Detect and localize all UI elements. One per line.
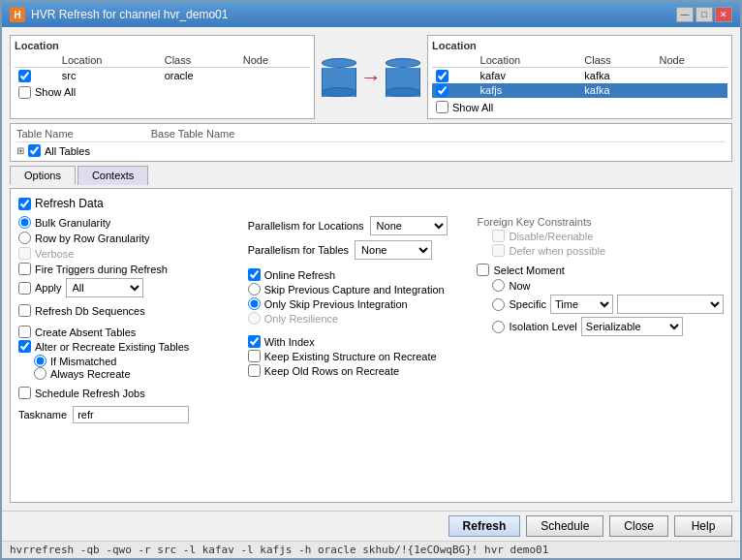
source-row-checkbox[interactable] [18,70,31,82]
options-panel: Refresh Data Bulk Granularity Row by Row… [10,188,732,503]
row-by-row-radio[interactable] [18,232,31,244]
refresh-db-sequences-label: Refresh Db Sequences [35,305,145,317]
create-absent-tables-label: Create Absent Tables [35,327,136,338]
tab-options[interactable]: Options [10,166,76,185]
create-tables-section: Create Absent Tables Alter or Recreate E… [18,326,236,380]
status-text: hvrrefresh -qb -qwo -r src -l kafav -l k… [10,544,548,556]
close-window-button[interactable]: ✕ [715,7,732,22]
apply-option: Apply All None [18,278,236,297]
target-col-location: Location [477,53,581,68]
online-refresh-label: Online Refresh [264,269,335,281]
bulk-granularity-label: Bulk Granularity [35,217,110,229]
apply-checkbox[interactable] [18,282,31,295]
disable-reenable-checkbox[interactable] [492,230,505,242]
skip-previous-capture-radio[interactable] [248,283,261,296]
source-show-all-row: Show All [15,83,310,100]
target-class1-cell: kafka [580,68,655,83]
target-row2-checkbox[interactable] [436,84,448,97]
tab-contexts[interactable]: Contexts [77,166,148,185]
source-db-icon [322,58,356,97]
options-col-right: Foreign Key Constraints Disable/Reenable… [477,216,724,423]
target-table: Location Class Node kafav kafka [432,53,727,98]
only-skip-previous-radio[interactable] [248,297,261,310]
target-node1-cell [655,68,727,83]
now-label: Now [509,280,530,292]
verbose-checkbox[interactable] [18,247,31,260]
all-tables-label: All Tables [45,145,90,157]
specific-label: Specific [509,298,546,310]
fk-constraints-section: Foreign Key Constraints Disable/Reenable… [477,216,724,257]
parallelism-tables-row: Parallelism for Tables None248 [248,240,466,260]
if-mismatched-label: If Mismatched [50,356,116,367]
now-radio[interactable] [492,279,505,292]
if-mismatched-radio[interactable] [34,355,46,367]
source-show-all-checkbox[interactable] [18,86,31,99]
source-col-class: Class [161,53,239,68]
refresh-button[interactable]: Refresh [448,515,521,537]
keep-old-rows-label: Keep Old Rows on Recreate [264,365,399,377]
close-button[interactable]: Close [609,515,668,537]
arrow-icon: → [360,65,382,90]
target-row1-checkbox[interactable] [436,70,448,82]
taskname-input[interactable] [73,406,189,423]
refresh-db-sequences-checkbox[interactable] [18,304,31,317]
tables-row: ⊞ All Tables [16,144,726,157]
only-resilience-label: Only Resilience [264,313,338,325]
parallelism-locations-select[interactable]: None248 [370,216,448,235]
isolation-value-select[interactable]: SerializableRead Committed [581,317,683,336]
specific-radio[interactable] [492,298,505,311]
fire-triggers-checkbox[interactable] [18,263,31,275]
apply-label: Apply [35,282,62,294]
options-grid: Bulk Granularity Row by Row Granularity … [18,216,724,423]
refresh-data-checkbox[interactable] [18,198,31,210]
all-tables-checkbox[interactable] [28,144,41,157]
help-button[interactable]: Help [674,515,732,537]
alter-recreate-checkbox[interactable] [18,340,31,353]
keep-old-rows-checkbox[interactable] [248,364,261,377]
titlebar: H HVR Refresh for channel hvr_demo01 — □… [2,2,740,27]
schedule-button[interactable]: Schedule [526,515,603,537]
target-db-icon [386,58,420,97]
time-type-select[interactable]: TimeSCN [550,295,613,314]
minimize-button[interactable]: — [676,7,694,22]
keep-existing-structure-checkbox[interactable] [248,350,261,362]
only-skip-previous-label: Only Skip Previous Integration [264,298,408,310]
parallelism-tables-label: Parallelism for Tables [248,244,349,256]
always-recreate-radio[interactable] [34,367,46,380]
bulk-granularity-radio[interactable] [18,216,31,229]
fk-constraints-title: Foreign Key Constraints [477,216,724,228]
options-col-left: Bulk Granularity Row by Row Granularity … [18,216,236,423]
defer-when-possible-checkbox[interactable] [492,244,505,257]
schedule-refresh-jobs-checkbox[interactable] [18,387,31,399]
bulk-granularity-option: Bulk Granularity [18,216,236,229]
verbose-option: Verbose [18,247,236,260]
table-row[interactable]: kafjs kafka [432,83,727,99]
only-resilience-radio[interactable] [248,312,261,325]
apply-select[interactable]: All None [66,278,143,297]
select-moment-checkbox[interactable] [477,264,489,276]
with-index-checkbox[interactable] [248,335,261,348]
table-row[interactable]: kafav kafka [432,68,727,83]
main-content: Location Location Class Node src [2,27,740,511]
target-col-node: Node [655,53,727,68]
source-class-cell: oracle [161,68,239,83]
target-location1-cell: kafav [477,68,581,83]
parallelism-locations-row: Parallelism for Locations None248 [248,216,466,235]
online-refresh-checkbox[interactable] [248,268,261,281]
parallelism-tables-select[interactable]: None248 [355,240,432,260]
time-value-select[interactable] [617,295,724,314]
defer-when-possible-label: Defer when possible [509,245,605,257]
create-absent-tables-checkbox[interactable] [18,326,31,338]
maximize-button[interactable]: □ [696,7,713,22]
target-show-all-row: Show All [432,98,727,114]
target-show-all-checkbox[interactable] [436,101,448,113]
source-node-cell [239,68,310,83]
table-row[interactable]: src oracle [15,68,310,83]
bottom-bar: Refresh Schedule Close Help [2,511,740,541]
target-col-checkbox [432,53,477,68]
schedule-refresh-jobs-label: Schedule Refresh Jobs [35,388,145,399]
expand-icon[interactable]: ⊞ [16,145,24,156]
always-recreate-label: Always Recreate [50,368,131,380]
source-table: Location Class Node src oracle [15,53,310,83]
isolation-level-radio[interactable] [492,321,505,333]
